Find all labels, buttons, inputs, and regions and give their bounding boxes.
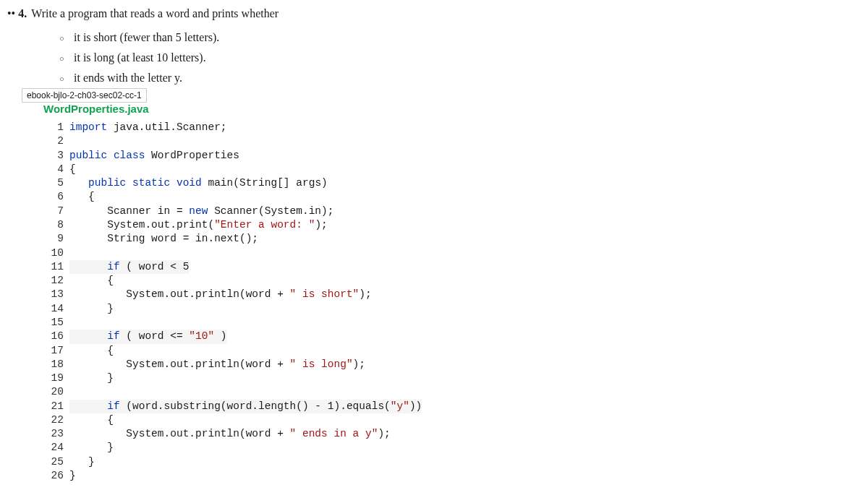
code-line: 8 System.out.print("Enter a word: "); [51, 218, 861, 232]
code-line: 12 { [51, 274, 861, 288]
code-content: } [69, 469, 76, 483]
problem-number: 4. [18, 7, 27, 20]
line-number: 8 [51, 218, 69, 232]
code-content: } [69, 302, 114, 316]
line-number: 24 [51, 441, 69, 455]
line-number: 9 [51, 232, 69, 246]
code-content: System.out.println(word + " is long"); [69, 358, 365, 371]
code-content: } [69, 441, 114, 455]
line-number: 16 [51, 330, 69, 343]
line-number: 25 [51, 455, 69, 469]
code-line: 25 } [51, 455, 861, 469]
list-item: it is short (fewer than 5 letters). [59, 29, 861, 46]
code-line: 19 } [51, 371, 861, 385]
code-line: 20 [51, 385, 861, 399]
code-block[interactable]: 1import java.util.Scanner;23public class… [51, 121, 861, 483]
code-line: 10 [51, 246, 861, 260]
context-id-box: ebook-bjlo-2-ch03-sec02-cc-1 [22, 88, 147, 103]
line-number: 22 [51, 413, 69, 427]
code-content: System.out.print("Enter a word: "); [69, 218, 328, 232]
code-content: { [69, 163, 76, 176]
line-number: 13 [51, 288, 69, 301]
code-content: { [69, 190, 95, 204]
code-content: } [69, 371, 114, 385]
line-number: 15 [51, 316, 69, 330]
code-line: 17 { [51, 344, 861, 358]
line-number: 11 [51, 260, 69, 274]
code-content: if ( word < 5 [69, 260, 189, 274]
code-line[interactable]: 11 if ( word < 5 [51, 260, 861, 274]
list-item: it is long (at least 10 letters). [59, 49, 861, 66]
line-number: 6 [51, 190, 69, 204]
code-line: 9 String word = in.next(); [51, 232, 861, 246]
line-number: 23 [51, 427, 69, 441]
code-line: 2 [51, 134, 861, 148]
code-line: 3public class WordProperties [51, 149, 861, 163]
list-item: it ends with the letter y. [59, 69, 861, 87]
line-number: 10 [51, 246, 69, 260]
code-line[interactable]: 21 if (word.substring(word.length() - 1)… [51, 400, 861, 413]
code-content: String word = in.next(); [69, 232, 258, 246]
line-number: 5 [51, 176, 69, 190]
code-content: import java.util.Scanner; [69, 121, 227, 134]
line-number: 21 [51, 400, 69, 413]
code-line[interactable]: 16 if ( word <= "10" ) [51, 330, 861, 343]
code-line: 24 } [51, 441, 861, 455]
code-line: 23 System.out.println(word + " ends in a… [51, 427, 861, 441]
problem-bullets: •• [7, 7, 15, 20]
code-content: System.out.println(word + " ends in a y"… [69, 427, 391, 441]
problem-text: Write a program that reads a word and pr… [31, 7, 278, 20]
line-number: 4 [51, 163, 69, 176]
line-number: 2 [51, 134, 69, 148]
line-number: 7 [51, 205, 69, 218]
code-line: 6 { [51, 190, 861, 204]
code-content: { [69, 413, 114, 427]
code-line: 7 Scanner in = new Scanner(System.in); [51, 205, 861, 218]
line-number: 19 [51, 371, 69, 385]
code-line: 13 System.out.println(word + " is short"… [51, 288, 861, 301]
code-line: 1import java.util.Scanner; [51, 121, 861, 134]
code-line: 22 { [51, 413, 861, 427]
code-content: public class WordProperties [69, 149, 239, 163]
code-content: if (word.substring(word.length() - 1).eq… [69, 400, 422, 413]
line-number: 14 [51, 302, 69, 316]
code-content: { [69, 274, 114, 288]
line-number: 26 [51, 469, 69, 483]
code-line: 4{ [51, 163, 861, 176]
line-number: 12 [51, 274, 69, 288]
line-number: 17 [51, 344, 69, 358]
code-line: 14 } [51, 302, 861, 316]
line-number: 18 [51, 358, 69, 371]
code-line: 15 [51, 316, 861, 330]
line-number: 3 [51, 149, 69, 163]
code-content: if ( word <= "10" ) [69, 330, 227, 343]
line-number: 1 [51, 121, 69, 134]
code-content: } [69, 455, 95, 469]
line-number: 20 [51, 385, 69, 399]
code-line: 5 public static void main(String[] args) [51, 176, 861, 190]
code-content: System.out.println(word + " is short"); [69, 288, 372, 301]
code-content: { [69, 344, 114, 358]
filename-label: WordProperties.java [43, 103, 861, 115]
code-content: public static void main(String[] args) [69, 176, 328, 190]
code-content: Scanner in = new Scanner(System.in); [69, 205, 333, 218]
problem-bullet-list: it is short (fewer than 5 letters). it i… [59, 29, 861, 87]
code-line: 18 System.out.println(word + " is long")… [51, 358, 861, 371]
code-line: 26} [51, 469, 861, 483]
